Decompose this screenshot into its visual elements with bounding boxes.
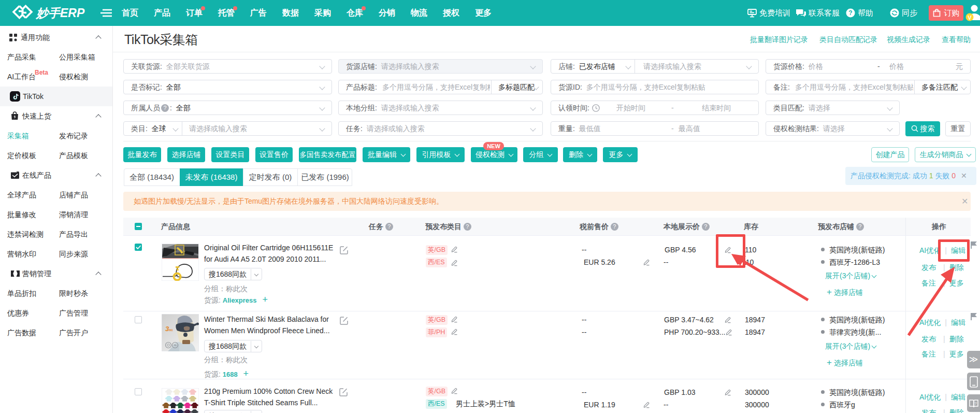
svg-text:V: V — [968, 15, 972, 21]
svg-text:?: ? — [974, 401, 977, 406]
svg-text:?: ? — [848, 9, 852, 17]
svg-text:IN1: IN1 — [169, 329, 173, 332]
